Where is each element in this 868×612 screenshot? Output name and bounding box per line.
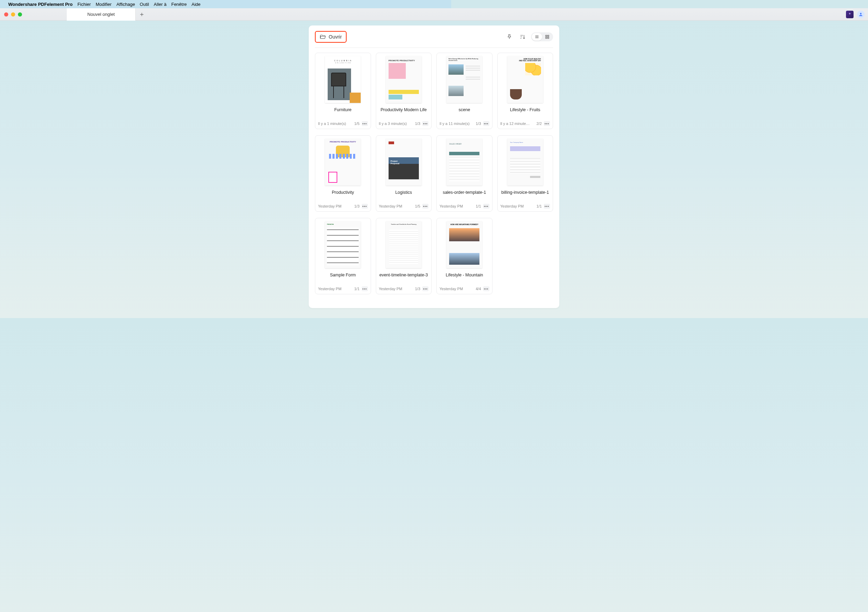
document-time: Yesterday PM <box>379 287 402 291</box>
document-card[interactable]: PROMOTE PRODUCTIVITY Productivity Modern… <box>376 53 432 129</box>
document-meta: Yesterday PM 1/5 ••• <box>378 204 429 209</box>
thumb-text: ProjectProposal <box>391 160 400 164</box>
document-title: sales-order-template-1 <box>439 190 451 200</box>
window-controls <box>0 12 26 17</box>
document-thumbnail: SALES ORDER <box>439 138 451 187</box>
document-time: Yesterday PM <box>440 287 451 291</box>
macos-menubar: Wondershare PDFelement Pro Fichier Modif… <box>0 0 451 8</box>
document-card[interactable]: Raise Energy Efficiencies Up While Reduc… <box>436 53 451 129</box>
recent-files-panel: Ouvrir <box>309 25 451 308</box>
thumb-text: Raise Energy Efficiencies Up While Reduc… <box>448 58 451 62</box>
app-window: Nouvel onglet Ouvrir <box>0 8 451 318</box>
document-pages: 1/3 <box>415 287 420 291</box>
thumb-text: C O L U M B I AC O L L E C T I V E <box>325 60 361 64</box>
menu-modifier[interactable]: Modifier <box>96 2 112 7</box>
document-title: scene <box>439 107 451 118</box>
document-thumbnail: ProjectProposal <box>378 138 429 187</box>
menu-fenetre[interactable]: Fenêtre <box>171 2 187 7</box>
document-pages: 1/5 <box>415 204 420 208</box>
thumb-text: PANACEA <box>327 223 333 225</box>
thumb-text: SALES ORDER <box>449 143 451 145</box>
open-file-button[interactable]: Ouvrir <box>315 31 347 43</box>
document-title: Logistics <box>378 190 429 200</box>
document-thumbnail: PANACEA <box>317 220 369 269</box>
document-more-button[interactable]: ••• <box>362 121 368 126</box>
document-title: event-timeline-template-3 <box>378 273 429 283</box>
document-meta: Il y a 3 minute(s) 1/3 ••• <box>378 121 429 126</box>
window-body: Ouvrir <box>0 21 451 318</box>
document-time: Yesterday PM <box>379 204 402 208</box>
document-time: Yesterday PM <box>318 287 341 291</box>
document-more-button[interactable]: ••• <box>362 204 368 209</box>
menu-outil[interactable]: Outil <box>140 2 149 7</box>
document-card[interactable]: HOW ARE MOUNTAINS FORMED? Lifestyle - Mo… <box>436 218 451 294</box>
folder-open-icon <box>320 34 326 40</box>
document-title: Productivity <box>317 190 369 200</box>
document-thumbnail: C O L U M B I AC O L L E C T I V E <box>317 55 369 104</box>
document-pages: 1/1 <box>354 287 359 291</box>
thumb-text: Timeline and Checklist for Event Plannin… <box>386 223 422 225</box>
document-more-button[interactable]: ••• <box>422 204 428 209</box>
panel-header: Ouvrir <box>309 25 451 48</box>
document-thumbnail: PROMOTE PRODUCTIVITY <box>317 138 369 187</box>
document-thumbnail: HOW ARE MOUNTAINS FORMED? <box>439 220 451 269</box>
document-meta: Yesterday PM 1/1 ••• <box>317 287 369 291</box>
document-time: Il y a 11 minute(s) <box>440 121 451 125</box>
tab-nouvel-onglet[interactable]: Nouvel onglet <box>67 8 136 21</box>
app-name[interactable]: Wondershare PDFelement Pro <box>8 2 73 7</box>
document-title: Lifestyle - Mountain <box>439 273 451 283</box>
tab-title: Nouvel onglet <box>87 12 115 17</box>
menu-affichage[interactable]: Affichage <box>116 2 135 7</box>
document-pages: 1/3 <box>415 121 420 125</box>
document-card[interactable]: ProjectProposal Logistics Yesterday PM 1… <box>376 135 432 212</box>
document-card[interactable]: PANACEA Sample Form Yesterday PM 1/1 ••• <box>315 218 371 294</box>
thumb-text: HOW ARE MOUNTAINS FORMED? <box>446 223 451 225</box>
menu-aller-a[interactable]: Aller à <box>154 2 167 7</box>
window-close-button[interactable] <box>4 12 8 17</box>
window-zoom-button[interactable] <box>18 12 22 17</box>
document-pages: 1/3 <box>354 204 359 208</box>
document-more-button[interactable]: ••• <box>422 287 428 291</box>
document-card[interactable]: Timeline and Checklist for Event Plannin… <box>376 218 432 294</box>
document-time: Il y a 1 minute(s) <box>318 121 346 125</box>
document-meta: Il y a 1 minute(s) 1/5 ••• <box>317 121 369 126</box>
document-time: Yesterday PM <box>318 204 341 208</box>
documents-grid: C O L U M B I AC O L L E C T I V E Furni… <box>309 53 451 294</box>
document-card[interactable]: PROMOTE PRODUCTIVITY Productivity Yester… <box>315 135 371 212</box>
document-more-button[interactable]: ••• <box>362 287 368 291</box>
document-card[interactable]: SALES ORDER sales-order-template-1 Yeste… <box>436 135 451 212</box>
document-card[interactable]: C O L U M B I AC O L L E C T I V E Furni… <box>315 53 371 129</box>
plus-icon <box>139 12 144 17</box>
document-thumbnail: PROMOTE PRODUCTIVITY <box>378 55 429 104</box>
menu-aide[interactable]: Aide <box>192 2 201 7</box>
document-time: Il y a 3 minute(s) <box>379 121 407 125</box>
menu-fichier[interactable]: Fichier <box>78 2 91 7</box>
window-minimize-button[interactable] <box>11 12 15 17</box>
new-tab-button[interactable] <box>136 8 148 21</box>
document-meta: Yesterday PM 1/3 ••• <box>378 287 429 291</box>
document-meta: Yesterday PM 1/3 ••• <box>317 204 369 209</box>
document-meta: Yesterday PM 1/1 ••• <box>439 204 451 209</box>
document-title: Furniture <box>317 107 369 118</box>
open-button-label: Ouvrir <box>329 34 342 40</box>
document-time: Yesterday PM <box>440 204 451 208</box>
document-title: Sample Form <box>317 273 369 283</box>
document-pages: 1/5 <box>354 121 359 125</box>
thumb-text: PROMOTE PRODUCTIVITY <box>325 141 361 143</box>
document-meta: Yesterday PM 4/4 ••• <box>439 287 451 291</box>
document-more-button[interactable]: ••• <box>422 121 428 126</box>
window-titlebar: Nouvel onglet <box>0 8 451 21</box>
panel-divider <box>315 48 451 48</box>
document-thumbnail: Timeline and Checklist for Event Plannin… <box>378 220 429 269</box>
thumb-text: PROMOTE PRODUCTIVITY <box>389 60 415 62</box>
document-thumbnail: Raise Energy Efficiencies Up While Reduc… <box>439 55 451 104</box>
document-meta: Il y a 11 minute(s) 1/3 ••• <box>439 121 451 126</box>
document-title: Productivity Modern Life <box>378 107 429 118</box>
